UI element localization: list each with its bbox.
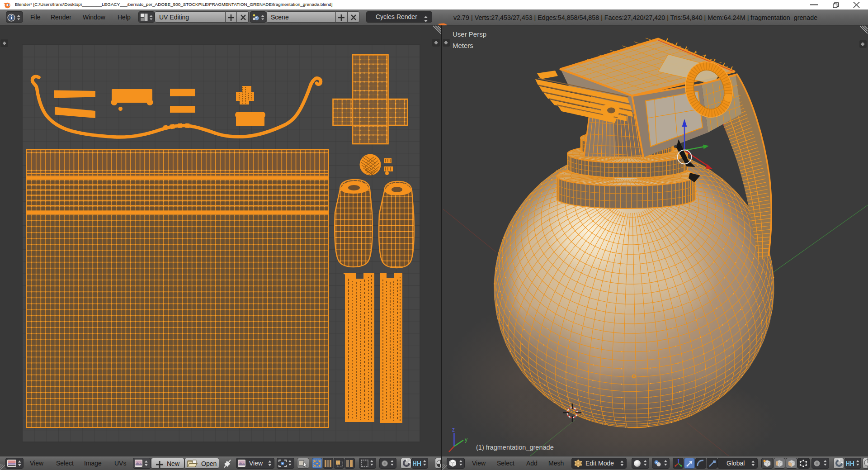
svg-text:y: y [465,437,467,443]
svg-text:(1) fragmentation_grenade: (1) fragmentation_grenade [476,444,554,451]
svg-text:Meters: Meters [453,42,473,49]
svg-text:z: z [452,427,455,433]
svg-text:User Persp: User Persp [453,30,486,38]
